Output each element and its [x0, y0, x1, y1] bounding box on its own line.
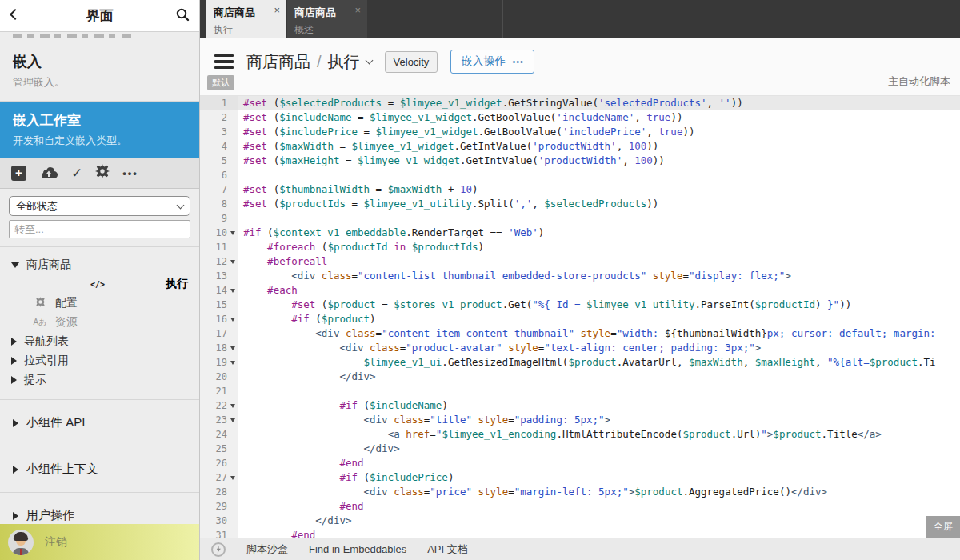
fold-icon[interactable] — [227, 476, 238, 480]
code-line[interactable]: 2#set ($includeName = $limyee_v1_widget.… — [200, 110, 960, 125]
code-line[interactable]: 22 #if ($includeName) — [200, 398, 960, 413]
language-badge[interactable]: Velocity — [385, 51, 438, 73]
sidebar-item-embed-studio[interactable]: 嵌入工作室 开发和自定义嵌入类型。 — [0, 102, 199, 158]
code-line[interactable]: 18 <div class="product-avatar" style="te… — [200, 341, 960, 355]
section-widget-context[interactable]: 小组件上下文 — [0, 446, 199, 493]
code-line[interactable]: 8#set ($productIds = $limyee_v1_utility.… — [200, 197, 960, 211]
code-line[interactable]: 12 #beforeall — [200, 254, 960, 269]
code-line-text: <div class="content-list thumbnail embed… — [238, 269, 960, 283]
add-icon[interactable]: + — [11, 166, 26, 181]
breadcrumb-parent[interactable]: 商店商品 — [246, 51, 310, 73]
find-in-embeddables-link[interactable]: Find in Embeddables — [309, 543, 406, 555]
fullscreen-button[interactable]: 全屏 — [926, 516, 960, 538]
code-line[interactable]: 27 #if ($includePrice) — [200, 470, 960, 485]
code-line[interactable]: 7#set ($thumbnailWidth = $maxWidth + 10) — [200, 182, 960, 197]
code-line[interactable]: 23 <div class="title" style="padding: 5p… — [200, 413, 960, 427]
code-line-text: <a href="$limyee_v1_encoding.HtmlAttribu… — [238, 427, 960, 442]
goto-input[interactable]: 转至... — [9, 220, 190, 238]
fold-icon[interactable] — [227, 289, 238, 293]
code-line[interactable]: 28 <div class="price" style="margin-left… — [200, 485, 960, 499]
code-line[interactable]: 4#set ($maxWidth = $limyee_v1_widget.Get… — [200, 139, 960, 154]
code-line[interactable]: 16 #if ($product) — [200, 312, 960, 326]
tree-node-configure[interactable]: 配置 — [11, 294, 188, 313]
chevron-down-icon[interactable] — [365, 56, 373, 64]
gear-icon[interactable] — [95, 164, 110, 182]
close-icon[interactable]: × — [274, 5, 280, 15]
expand-icon[interactable] — [11, 357, 17, 365]
code-line[interactable]: 3#set ($includePrice = $limyee_v1_widget… — [200, 125, 960, 139]
fold-icon[interactable] — [227, 260, 238, 264]
code-line[interactable]: 26 #end — [200, 456, 960, 470]
menu-icon[interactable] — [214, 54, 234, 70]
section-widget-api[interactable]: 小组件 API — [0, 400, 199, 446]
expand-icon[interactable] — [11, 376, 17, 384]
code-editor[interactable]: 1#set ($selectedProducts = $limyee_v1_wi… — [200, 96, 960, 538]
gutter-line-number: 1 — [200, 96, 238, 110]
fold-icon[interactable] — [227, 318, 238, 322]
search-icon[interactable] — [175, 7, 190, 25]
fold-icon[interactable] — [227, 346, 238, 350]
fold-icon[interactable] — [227, 231, 238, 235]
embed-actions-button[interactable]: 嵌入操作 ••• — [450, 50, 534, 74]
status-select[interactable]: 全部状态 — [9, 196, 190, 216]
logout-button[interactable]: 注销 — [45, 535, 67, 550]
check-icon[interactable]: ✓ — [71, 165, 82, 182]
fold-icon[interactable] — [227, 404, 238, 408]
script-sandbox-link[interactable]: 脚本沙盒 — [246, 542, 288, 557]
tree-node-tips[interactable]: 提示 — [11, 370, 188, 390]
gutter-line-number: 11 — [200, 240, 238, 254]
code-line-text: $limyee_v1_ui.GetResizedImageHtml($produ… — [238, 355, 960, 370]
code-line[interactable]: 21 — [200, 384, 960, 398]
collapse-icon[interactable] — [11, 262, 19, 268]
api-docs-link[interactable]: API 文档 — [427, 542, 468, 557]
localization-icon: Aあ — [32, 317, 48, 328]
cloud-upload-icon[interactable] — [39, 165, 58, 182]
code-line[interactable]: 31 #end — [200, 528, 960, 538]
code-line[interactable]: 24 <a href="$limyee_v1_encoding.HtmlAttr… — [200, 427, 960, 442]
gutter-line-number: 27 — [200, 470, 238, 485]
code-line[interactable]: 17 <div class="content-item content thum… — [200, 326, 960, 341]
code-line-text: #set ($productIds = $limyee_v1_utility.S… — [238, 197, 960, 211]
fold-icon[interactable] — [227, 361, 238, 365]
code-line[interactable]: 13 <div class="content-list thumbnail em… — [200, 269, 960, 283]
expand-icon[interactable] — [11, 338, 17, 346]
code-line[interactable]: 29 #end — [200, 499, 960, 514]
gutter-line-number: 24 — [200, 427, 238, 442]
code-line[interactable]: 20 </div> — [200, 370, 960, 384]
tree-node-nav-list[interactable]: 导航列表 — [11, 332, 188, 351]
tree-node-execute[interactable]: </> 执行 — [11, 274, 188, 294]
user-avatar[interactable] — [8, 530, 34, 555]
code-line-text: #end — [238, 499, 960, 514]
breadcrumb-current[interactable]: 执行 — [328, 51, 360, 73]
tab-title: 商店商品 — [214, 6, 279, 20]
editor-toolbar: 商店商品 / 执行 Velocity 嵌入操作 ••• 默认 主自动化脚本 — [200, 38, 960, 96]
code-line[interactable]: 5#set ($maxHeight = $limyee_v1_widget.Ge… — [200, 154, 960, 168]
code-line[interactable]: 10#if ($context_v1_embeddable.RenderTarg… — [200, 226, 960, 240]
code-line[interactable]: 14 #each — [200, 283, 960, 298]
code-line[interactable]: 25 </div> — [200, 442, 960, 456]
code-line[interactable]: 9 — [200, 211, 960, 226]
close-icon[interactable]: × — [354, 5, 361, 15]
tree-node-resources[interactable]: Aあ 资源 — [11, 313, 188, 332]
gutter-line-number: 17 — [200, 326, 238, 341]
code-line[interactable]: 11 #foreach ($productId in $productIds) — [200, 240, 960, 254]
sandbox-icon[interactable] — [211, 542, 226, 557]
tree-node-label: 提示 — [24, 373, 46, 387]
tab-divider — [502, 0, 503, 38]
code-line[interactable]: 6 — [200, 168, 960, 182]
code-line[interactable]: 15 #set ($product = $stores_v1_product.G… — [200, 298, 960, 312]
tree-node-store-products[interactable]: 商店商品 — [11, 255, 188, 274]
code-line[interactable]: 30 </div> — [200, 514, 960, 528]
tab-store-products-execute[interactable]: 商店商品 执行 × — [206, 0, 286, 38]
code-line[interactable]: 1#set ($selectedProducts = $limyee_v1_wi… — [200, 96, 960, 110]
tab-subtitle: 执行 — [214, 23, 279, 37]
more-icon[interactable]: ••• — [122, 167, 138, 179]
code-line-text: #set ($maxHeight = $limyee_v1_widget.Get… — [238, 154, 960, 168]
gutter-line-number: 20 — [200, 370, 238, 384]
sidebar-item-embeds[interactable]: 嵌入 管理嵌入。 — [0, 42, 199, 102]
code-line[interactable]: 19 $limyee_v1_ui.GetResizedImageHtml($pr… — [200, 355, 960, 370]
tab-store-products-overview[interactable]: 商店商品 概述 × — [287, 0, 367, 38]
fold-icon[interactable] — [227, 418, 238, 422]
tree-node-pull-quote[interactable]: 拉式引用 — [11, 351, 188, 370]
tree-node-label: 导航列表 — [24, 334, 69, 349]
